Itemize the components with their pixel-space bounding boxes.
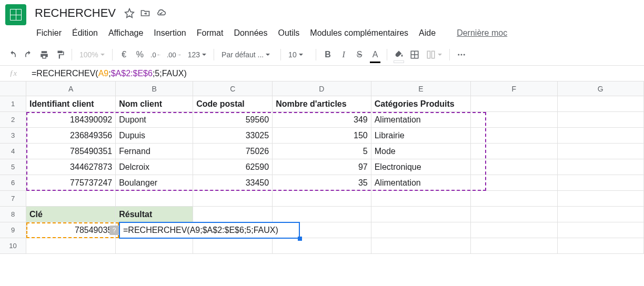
cell-C4[interactable]: 75026 <box>193 144 273 159</box>
cell-F9[interactable] <box>471 222 557 238</box>
cell-E1[interactable]: Catégories Produits <box>371 96 471 111</box>
cell-D8[interactable] <box>273 207 371 222</box>
doc-title[interactable]: RECHERCHEV <box>32 5 119 21</box>
row-header-1[interactable]: 1 <box>0 96 26 111</box>
increase-decimal-button[interactable]: .00→ <box>165 47 184 62</box>
cell-F1[interactable] <box>471 96 557 111</box>
font-size-dropdown[interactable]: 10 <box>285 47 311 62</box>
cell-F6[interactable] <box>471 175 557 190</box>
cell-G5[interactable] <box>558 159 644 175</box>
menu-affichage[interactable]: Affichage <box>104 25 148 41</box>
cell-A6[interactable]: 775737247 <box>26 175 116 190</box>
cell-F5[interactable] <box>471 159 557 175</box>
cell-B2[interactable]: Dupont <box>116 112 193 127</box>
row-header-8[interactable]: 8 <box>0 207 26 222</box>
cell-G9[interactable] <box>558 222 644 238</box>
row-header-2[interactable]: 2 <box>0 112 26 127</box>
cell-B10[interactable] <box>116 238 193 253</box>
cell-E8[interactable] <box>371 207 471 222</box>
cell-D6[interactable]: 35 <box>273 175 371 190</box>
cell-A4[interactable]: 785490351 <box>26 144 116 159</box>
menu-format[interactable]: Format <box>192 25 228 41</box>
cell-F3[interactable] <box>471 128 557 143</box>
cell-G10[interactable] <box>558 238 644 253</box>
cell-A5[interactable]: 344627873 <box>26 159 116 175</box>
cell-E10[interactable] <box>371 238 471 253</box>
col-header-G[interactable]: G <box>558 81 644 96</box>
cell-G7[interactable] <box>558 191 644 206</box>
menu-fichier[interactable]: Fichier <box>32 25 66 41</box>
active-cell-editor[interactable]: =RECHERCHEV(A9;$A$2:$E$6;5;FAUX) <box>119 222 300 239</box>
fill-handle[interactable] <box>298 237 302 241</box>
text-color-button[interactable]: A <box>368 47 383 62</box>
sheets-logo[interactable] <box>5 4 26 25</box>
row-header-7[interactable]: 7 <box>0 191 26 206</box>
col-header-D[interactable]: D <box>273 81 371 96</box>
cell-B5[interactable]: Delcroix <box>116 159 193 175</box>
cell-F8[interactable] <box>471 207 557 222</box>
cell-E6[interactable]: Alimentation <box>371 175 471 190</box>
merge-dropdown[interactable] <box>423 47 445 62</box>
cell-C3[interactable]: 33025 <box>193 128 273 143</box>
cell-G2[interactable] <box>558 112 644 127</box>
cell-B3[interactable]: Dupuis <box>116 128 193 143</box>
cell-D7[interactable] <box>273 191 371 206</box>
bold-button[interactable]: B <box>320 47 335 62</box>
cell-A7[interactable] <box>26 191 116 206</box>
col-header-A[interactable]: A <box>26 81 116 96</box>
cell-E5[interactable]: Electronique <box>371 159 471 175</box>
borders-button[interactable] <box>407 47 422 62</box>
cell-A3[interactable]: 236849356 <box>26 128 116 143</box>
col-header-C[interactable]: C <box>193 81 273 96</box>
cell-F7[interactable] <box>471 191 557 206</box>
cell-F4[interactable] <box>471 144 557 159</box>
currency-button[interactable]: € <box>117 47 132 62</box>
cell-A10[interactable] <box>26 238 116 253</box>
cell-B7[interactable] <box>116 191 193 206</box>
formula-help-badge[interactable]: ? <box>109 226 119 235</box>
col-header-E[interactable]: E <box>371 81 471 96</box>
cell-E2[interactable]: Alimentation <box>371 112 471 127</box>
print-button[interactable] <box>37 47 52 62</box>
cell-A9[interactable]: 78549035 <box>26 222 116 238</box>
cell-B4[interactable]: Fernand <box>116 144 193 159</box>
undo-button[interactable] <box>5 47 20 62</box>
star-icon[interactable] <box>124 8 135 18</box>
more-formats-dropdown[interactable]: 123 <box>185 47 209 62</box>
cell-C6[interactable]: 33450 <box>193 175 273 190</box>
cell-D3[interactable]: 150 <box>273 128 371 143</box>
col-header-F[interactable]: F <box>471 81 557 96</box>
cell-G4[interactable] <box>558 144 644 159</box>
cell-G3[interactable] <box>558 128 644 143</box>
row-header-3[interactable]: 3 <box>0 128 26 143</box>
last-edit-link[interactable]: Dernière moc <box>452 25 512 41</box>
row-header-5[interactable]: 5 <box>0 159 26 175</box>
cell-E7[interactable] <box>371 191 471 206</box>
paint-format-button[interactable] <box>53 47 67 62</box>
strike-button[interactable]: S <box>352 47 367 62</box>
cell-D4[interactable]: 5 <box>273 144 371 159</box>
cell-C7[interactable] <box>193 191 273 206</box>
cell-E9[interactable] <box>371 222 471 238</box>
menu-edition[interactable]: Édition <box>67 25 103 41</box>
cell-B6[interactable]: Boulanger <box>116 175 193 190</box>
cell-D5[interactable]: 97 <box>273 159 371 175</box>
cell-C5[interactable]: 62590 <box>193 159 273 175</box>
cell-F10[interactable] <box>471 238 557 253</box>
fill-color-button[interactable] <box>391 47 406 62</box>
italic-button[interactable]: I <box>336 47 351 62</box>
cell-B8[interactable]: Résultat <box>116 207 193 222</box>
cell-B1[interactable]: Nom client <box>116 96 193 111</box>
cell-A8[interactable]: Clé <box>26 207 116 222</box>
cell-F2[interactable] <box>471 112 557 127</box>
row-header-9[interactable]: 9 <box>0 222 26 238</box>
cell-C8[interactable] <box>193 207 273 222</box>
cell-A1[interactable]: Identifiant client <box>26 96 116 111</box>
font-dropdown[interactable]: Par défaut ... <box>218 47 276 62</box>
cell-D1[interactable]: Nombre d'articles <box>273 96 371 111</box>
menu-aide[interactable]: Aide <box>414 25 440 41</box>
row-header-10[interactable]: 10 <box>0 238 26 253</box>
formula-input[interactable]: =RECHERCHEV(A9;$A$2:$E$6;5;FAUX) <box>26 69 644 78</box>
move-folder-icon[interactable] <box>140 8 150 18</box>
more-button[interactable] <box>454 47 469 62</box>
